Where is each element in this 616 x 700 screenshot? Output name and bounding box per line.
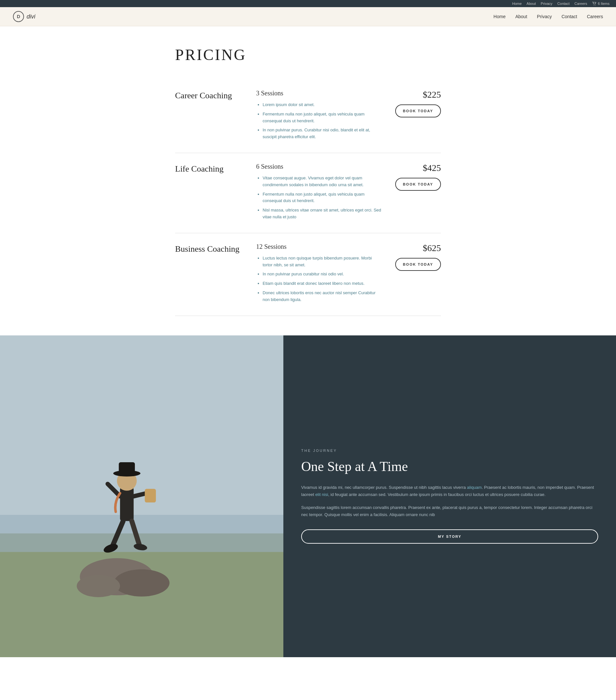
- life-coaching-details: 6 Sessions Vitae consequat augue. Vivamu…: [256, 163, 383, 223]
- topbar-contact[interactable]: Contact: [557, 2, 570, 5]
- cart-count: 6 Items: [598, 2, 609, 5]
- journey-image: [0, 335, 283, 657]
- life-item-3: Nisl massa, ultrices vitae ornare sit am…: [262, 207, 383, 221]
- business-coaching-name: Business Coaching: [175, 243, 249, 254]
- svg-point-6: [77, 575, 120, 597]
- nav-links: Home About Privacy Contact Careers: [493, 14, 603, 19]
- life-item-1: Vitae consequat augue. Vivamus eget dolo…: [262, 175, 383, 188]
- career-item-1: Lorem ipsum dolor sit amet.: [262, 101, 383, 108]
- pricing-section: PRICING Career Coaching 3 Sessions Lorem…: [162, 26, 454, 329]
- life-sessions: 6 Sessions: [256, 163, 383, 170]
- career-pricing-right: $225 BOOK TODAY: [389, 89, 441, 117]
- business-items-list: Luctus lectus non quisque turpis bibendu…: [256, 255, 383, 303]
- life-price: $425: [423, 163, 441, 173]
- career-item-2: Fermentum nulla non justo aliquet, quis …: [262, 111, 383, 125]
- topbar-home[interactable]: Home: [512, 2, 522, 5]
- journey-image-svg: [0, 335, 283, 657]
- logo[interactable]: D divi: [13, 11, 35, 22]
- business-price: $625: [423, 243, 441, 253]
- life-coaching-name: Life Coaching: [175, 163, 249, 174]
- my-story-button[interactable]: MY STORY: [301, 529, 598, 543]
- logo-text: divi: [27, 13, 35, 20]
- career-items-list: Lorem ipsum dolor sit amet. Fermentum nu…: [256, 101, 383, 140]
- business-pricing-right: $625 BOOK TODAY: [389, 243, 441, 271]
- svg-rect-11: [119, 462, 135, 473]
- business-sessions: 12 Sessions: [256, 243, 383, 250]
- life-pricing-right: $425 BOOK TODAY: [389, 163, 441, 191]
- top-bar: Home About Privacy Contact Careers 6 Ite…: [0, 0, 616, 7]
- life-items-list: Vitae consequat augue. Vivamus eget dolo…: [256, 175, 383, 221]
- nav-careers[interactable]: Careers: [587, 14, 603, 19]
- life-book-button[interactable]: BOOK TODAY: [395, 178, 441, 191]
- svg-point-5: [114, 569, 169, 597]
- svg-rect-14: [145, 489, 156, 502]
- journey-subtitle: THE JOURNEY: [301, 449, 598, 452]
- svg-rect-8: [120, 487, 133, 521]
- svg-point-1: [595, 5, 595, 5]
- journey-heading: One Step at A Time: [301, 458, 598, 475]
- life-item-2: Fermentum nulla non justo aliquet, quis …: [262, 191, 383, 205]
- business-book-button[interactable]: BOOK TODAY: [395, 258, 441, 271]
- topbar-about[interactable]: About: [527, 2, 536, 5]
- journey-link-1[interactable]: aliquam: [467, 485, 482, 490]
- main-nav: D divi Home About Privacy Contact Career…: [0, 7, 616, 26]
- life-coaching-row: Life Coaching 6 Sessions Vitae consequat…: [175, 153, 441, 233]
- nav-home[interactable]: Home: [493, 14, 505, 19]
- logo-circle: D: [13, 11, 24, 22]
- business-coaching-details: 12 Sessions Luctus lectus non quisque tu…: [256, 243, 383, 306]
- nav-about[interactable]: About: [515, 14, 527, 19]
- career-price: $225: [423, 89, 441, 100]
- journey-section: THE JOURNEY One Step at A Time Vivamus i…: [0, 335, 616, 657]
- journey-body-1: Vivamus id gravida mi, nec ullamcorper p…: [301, 484, 598, 498]
- svg-line-13: [133, 493, 146, 496]
- career-item-3: In non pulvinar purus. Curabitur nisi od…: [262, 127, 383, 140]
- career-coaching-name: Career Coaching: [175, 89, 249, 101]
- pricing-title: PRICING: [175, 46, 441, 64]
- topbar-privacy[interactable]: Privacy: [541, 2, 552, 5]
- journey-body-2: Suspendisse sagittis lorem accumsan conv…: [301, 504, 598, 518]
- career-coaching-row: Career Coaching 3 Sessions Lorem ipsum d…: [175, 80, 441, 153]
- svg-point-0: [594, 5, 594, 5]
- journey-text: THE JOURNEY One Step at A Time Vivamus i…: [283, 335, 616, 657]
- nav-contact[interactable]: Contact: [562, 14, 577, 19]
- career-book-button[interactable]: BOOK TODAY: [395, 104, 441, 117]
- cart-icon[interactable]: 6 Items: [592, 2, 609, 5]
- career-coaching-details: 3 Sessions Lorem ipsum dolor sit amet. F…: [256, 89, 383, 143]
- career-sessions: 3 Sessions: [256, 89, 383, 97]
- business-item-1: Luctus lectus non quisque turpis bibendu…: [262, 255, 383, 268]
- nav-privacy[interactable]: Privacy: [537, 14, 552, 19]
- business-item-2: In non pulvinar purus curabitur nisi odi…: [262, 271, 383, 278]
- cart-svg: [592, 2, 596, 5]
- journey-link-2[interactable]: elit nisi: [315, 492, 328, 497]
- business-item-3: Etiam quis blandit erat donec laoreet li…: [262, 280, 383, 287]
- business-coaching-row: Business Coaching 12 Sessions Luctus lec…: [175, 233, 441, 316]
- topbar-careers[interactable]: Careers: [575, 2, 587, 5]
- business-item-4: Donec ultrices lobortis eros nec auctor …: [262, 290, 383, 303]
